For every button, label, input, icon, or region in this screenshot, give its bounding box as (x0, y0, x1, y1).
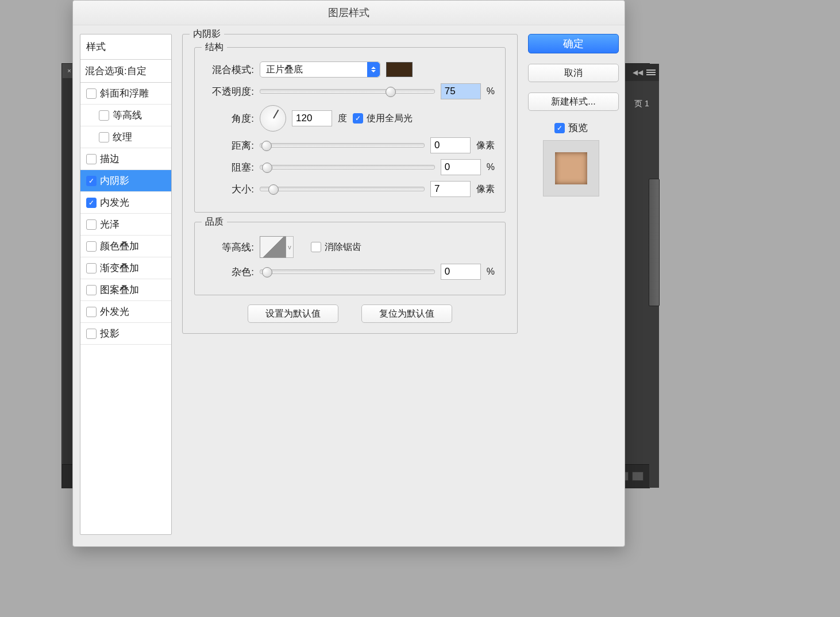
group-quality-title: 品质 (202, 216, 227, 228)
blend-options-row[interactable]: 混合选项:自定 (80, 60, 171, 83)
reset-default-button[interactable]: 复位为默认值 (361, 304, 452, 323)
host-right-panel: ◀◀ 页 1 (624, 64, 659, 488)
chevron-down-icon: v (286, 236, 294, 258)
style-item-0[interactable]: 斜面和浮雕 (80, 83, 171, 105)
style-item-4[interactable]: 内阴影 (80, 170, 171, 192)
checkbox-icon (86, 329, 97, 339)
percent-unit: % (487, 162, 495, 172)
host-bottom-icon[interactable] (632, 472, 644, 481)
percent-unit: % (487, 86, 495, 97)
checkbox-icon (86, 285, 97, 295)
style-item-label: 描边 (100, 152, 120, 165)
set-default-button[interactable]: 设置为默认值 (248, 304, 338, 323)
distance-slider[interactable] (260, 143, 425, 148)
style-item-label: 等高线 (113, 109, 142, 122)
checkbox-icon (86, 154, 97, 164)
opacity-slider[interactable] (260, 89, 435, 94)
preview-checkbox[interactable]: 预览 (554, 121, 588, 134)
blend-mode-select[interactable]: 正片叠底 (260, 61, 380, 78)
dialog-title: 图层样式 (73, 1, 625, 25)
checkbox-icon (86, 176, 97, 186)
cancel-button[interactable]: 取消 (528, 64, 619, 82)
checkbox-icon (86, 88, 97, 99)
settings-column: 内阴影 结构 混合模式: 正片叠底 不透明度: (182, 34, 518, 536)
checkbox-icon (86, 263, 97, 273)
color-swatch[interactable] (386, 62, 413, 77)
style-item-6[interactable]: 光泽 (80, 214, 171, 236)
noise-input[interactable] (441, 264, 481, 280)
checkbox-icon (311, 242, 321, 252)
style-item-7[interactable]: 颜色叠加 (80, 236, 171, 257)
style-item-label: 图案叠加 (100, 283, 139, 296)
distance-input[interactable] (430, 137, 471, 153)
host-scrollbar[interactable] (649, 179, 660, 306)
section-title: 内阴影 (190, 28, 224, 40)
checkbox-icon (554, 123, 565, 133)
style-item-label: 渐变叠加 (100, 261, 139, 275)
antialias-label: 消除锯齿 (325, 241, 361, 253)
style-item-label: 内阴影 (100, 174, 129, 187)
antialias-checkbox[interactable]: 消除锯齿 (311, 241, 361, 253)
choke-slider[interactable] (260, 165, 435, 169)
style-item-label: 纹理 (113, 130, 132, 144)
checkbox-icon (353, 113, 363, 124)
angle-unit: 度 (338, 113, 347, 125)
style-item-3[interactable]: 描边 (80, 148, 171, 170)
styles-header[interactable]: 样式 (80, 34, 171, 60)
contour-label: 等高线: (205, 241, 254, 254)
ok-button[interactable]: 确定 (528, 34, 619, 53)
angle-input[interactable] (292, 110, 332, 126)
chevron-left-icon[interactable]: ◀◀ (633, 68, 643, 76)
style-item-label: 投影 (100, 327, 120, 340)
distance-unit: 像素 (476, 140, 495, 152)
row-blend-mode: 混合模式: 正片叠底 (205, 61, 495, 78)
global-light-checkbox[interactable]: 使用全局光 (353, 113, 413, 125)
choke-label: 阻塞: (205, 161, 254, 174)
noise-slider[interactable] (260, 269, 435, 274)
right-column: 确定 取消 新建样式... 预览 (528, 34, 614, 536)
style-item-9[interactable]: 图案叠加 (80, 279, 171, 301)
style-item-5[interactable]: 内发光 (80, 192, 171, 214)
checkbox-icon (99, 110, 109, 121)
styles-list: 样式 混合选项:自定 斜面和浮雕等高线纹理描边内阴影内发光光泽颜色叠加渐变叠加图… (80, 34, 172, 535)
opacity-input[interactable] (441, 83, 481, 99)
checkbox-icon (86, 307, 97, 317)
row-noise: 杂色: % (205, 264, 495, 280)
style-item-2[interactable]: 纹理 (80, 126, 171, 148)
noise-label: 杂色: (205, 265, 254, 279)
style-item-11[interactable]: 投影 (80, 323, 171, 345)
group-quality: 品质 等高线: v 消除锯齿 杂色: (194, 222, 506, 295)
preview-swatch (555, 152, 587, 184)
choke-input[interactable] (441, 159, 481, 175)
checkbox-icon (86, 241, 97, 252)
size-unit: 像素 (476, 183, 495, 195)
chevron-updown-icon (367, 62, 380, 77)
row-opacity: 不透明度: % (205, 83, 495, 99)
blend-mode-label: 混合模式: (205, 63, 254, 76)
distance-label: 距离: (205, 139, 254, 152)
contour-picker[interactable]: v (260, 236, 294, 258)
row-distance: 距离: 像素 (205, 137, 495, 153)
style-item-8[interactable]: 渐变叠加 (80, 257, 171, 279)
size-slider[interactable] (260, 187, 425, 191)
size-label: 大小: (205, 183, 254, 196)
group-structure-title: 结构 (202, 41, 227, 53)
opacity-label: 不透明度: (205, 85, 254, 98)
new-style-button[interactable]: 新建样式... (528, 92, 619, 111)
size-input[interactable] (430, 181, 471, 197)
row-angle: 角度: 度 使用全局光 (205, 105, 495, 132)
contour-swatch (260, 236, 286, 258)
row-choke: 阻塞: % (205, 159, 495, 175)
blend-mode-value: 正片叠底 (266, 64, 303, 76)
checkbox-icon (86, 198, 97, 208)
row-size: 大小: 像素 (205, 181, 495, 197)
style-item-1[interactable]: 等高线 (80, 105, 171, 126)
style-item-10[interactable]: 外发光 (80, 301, 171, 323)
section-inner-shadow: 内阴影 结构 混合模式: 正片叠底 不透明度: (182, 34, 518, 334)
style-item-label: 颜色叠加 (100, 240, 139, 253)
panel-menu-icon[interactable] (646, 68, 656, 77)
checkbox-icon (86, 219, 97, 230)
style-item-label: 内发光 (100, 196, 129, 209)
preview-label: 预览 (568, 121, 588, 134)
angle-dial[interactable] (260, 105, 286, 132)
